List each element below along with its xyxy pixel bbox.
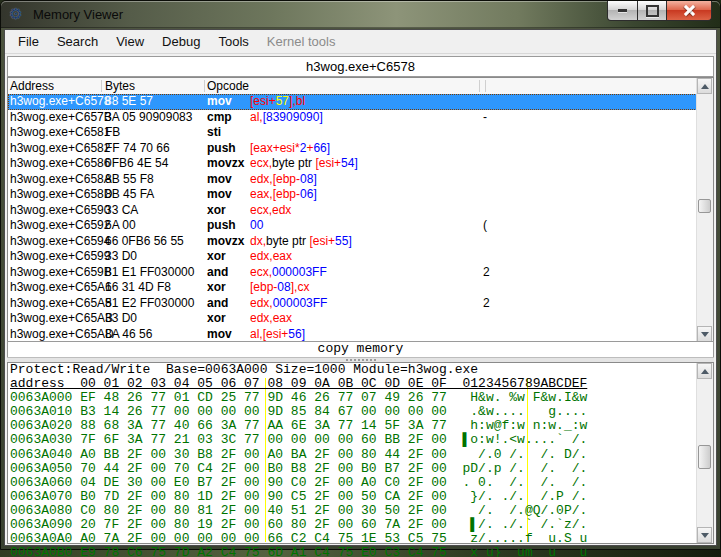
hex-row-address: 0063A070	[10, 489, 72, 504]
hex-row-bytes[interactable]: E9 78 C6 75 7D A2 C4 75 6D A1 C4 75 E0 C…	[80, 545, 447, 557]
menu-item[interactable]: Debug	[153, 31, 209, 52]
disasm-operands: edx,[ebp-08]	[250, 172, 317, 188]
hex-row-ascii[interactable]: pD/.p /. /. /.	[462, 461, 587, 476]
hex-row-ascii[interactable]: ▌/. ./.` /.`z/.	[462, 517, 587, 532]
hex-row[interactable]: 0063A010B3 14 26 77 00 00 00 00 9D 85 84…	[8, 405, 713, 419]
disasm-row[interactable]: h3wog.exe+C6594 66 0FB6 56 55 movzx dx,b…	[8, 234, 697, 250]
disasm-row[interactable]: h3wog.exe+C6586 0FB6 4E 54 movzx ecx,byt…	[8, 156, 697, 172]
disasm-mnemonic: xor	[207, 280, 226, 296]
hex-row-ascii[interactable]: /.0 /. /. D/.	[462, 447, 587, 462]
menu-item[interactable]: File	[9, 31, 48, 52]
hex-row-ascii[interactable]: h:w@f:w n:w._:w	[462, 418, 587, 433]
hex-row[interactable]: 0063A0B0E9 78 C6 75 7D A2 C4 75 6D A1 C4…	[8, 546, 713, 557]
disasm-row[interactable]: h3wog.exe+C65A1 66 31 4D F8 xor [ebp-08]…	[8, 280, 697, 296]
disasm-bytes: 33 D0	[105, 311, 137, 327]
disasm-operands: edx,eax	[250, 249, 292, 265]
hex-row-bytes[interactable]: A0 BB 2F 00 30 B8 2F 00 A0 BA 2F 00 80 4…	[80, 447, 447, 462]
hex-row-address: 0063A040	[10, 447, 72, 462]
scroll-down-button[interactable]	[697, 527, 712, 543]
disasm-operands: [esi+57],bl	[250, 94, 305, 110]
column-separator[interactable]	[101, 80, 102, 92]
hex-row-address: 0063A080	[10, 503, 72, 518]
hex-row-bytes[interactable]: B3 14 26 77 00 00 00 00 9D 85 84 67 00 0…	[80, 404, 447, 419]
hex-row[interactable]: 0063A02088 68 3A 77 40 66 3A 77 AA 6E 3A…	[8, 419, 713, 433]
scrollbar-thumb[interactable]	[698, 445, 711, 469]
disasm-mnemonic: mov	[207, 327, 232, 343]
column-separator[interactable]	[204, 80, 205, 92]
disasm-address: h3wog.exe+C65A1	[10, 280, 112, 296]
hex-row-ascii[interactable]: ▌o:w!.<w....` /.	[462, 432, 587, 447]
hex-row-ascii[interactable]: x u} um u u	[462, 545, 587, 557]
hexview-scrollbar[interactable]	[696, 363, 713, 543]
scroll-down-button[interactable]	[697, 326, 712, 342]
hex-row-ascii[interactable]: z/.....f u.S u	[462, 531, 587, 546]
menu-item[interactable]: View	[107, 31, 153, 52]
disasm-address: h3wog.exe+C657B	[10, 110, 112, 126]
disasm-row[interactable]: h3wog.exe+C6592 6A 00 push 00 (	[8, 218, 697, 234]
splitter-grip-icon	[346, 359, 376, 361]
disasm-row[interactable]: h3wog.exe+C65A5 81 E2 FF030000 and edx,0…	[8, 296, 697, 312]
column-header-opcode[interactable]: Opcode	[207, 79, 249, 93]
hex-row[interactable]: 0063A070B0 7D 2F 00 80 1D 2F 00 90 C5 2F…	[8, 490, 713, 504]
disassembly-scrollbar[interactable]	[696, 78, 713, 342]
disasm-bytes: 8B 55 F8	[105, 172, 154, 188]
title-bar[interactable]: ⚙ Memory Viewer	[1, 1, 720, 28]
disasm-row[interactable]: h3wog.exe+C6578 88 5E 57 mov [esi+57],bl	[8, 94, 697, 110]
disasm-row[interactable]: h3wog.exe+C658A 8B 55 F8 mov edx,[ebp-08…	[8, 172, 697, 188]
minimize-button[interactable]	[607, 1, 638, 21]
disasm-address: h3wog.exe+C65A5	[10, 296, 112, 312]
hex-row[interactable]: 0063A05070 44 2F 00 70 C4 2F 00 B0 B8 2F…	[8, 462, 713, 476]
hex-row-bytes[interactable]: 88 68 3A 77 40 66 3A 77 AA 6E 3A 77 14 5…	[80, 418, 447, 433]
hex-row-address: 0063A030	[10, 432, 72, 447]
disasm-row[interactable]: h3wog.exe+C6590 33 CA xor ecx,edx	[8, 203, 697, 219]
hex-row[interactable]: 0063A0A0A0 7A 2F 00 00 00 00 00 66 C2 C4…	[8, 532, 713, 546]
hex-row-ascii[interactable]: H&w. %w F&w.I&w	[462, 390, 587, 405]
disasm-operands: al,[83909090]	[250, 110, 323, 126]
disasm-row[interactable]: h3wog.exe+C6581 FB sti	[8, 125, 697, 141]
disasm-row[interactable]: h3wog.exe+C658D 8B 45 FA mov eax,[ebp-06…	[8, 187, 697, 203]
column-header-bytes[interactable]: Bytes	[105, 79, 135, 93]
hexview-column-header: address 00 01 02 03 04 05 06 07 08 09 0A…	[8, 377, 713, 391]
disasm-row[interactable]: h3wog.exe+C659B 81 E1 FF030000 and ecx,0…	[8, 265, 697, 281]
disasm-row[interactable]: h3wog.exe+C65AD 8A 46 56 mov al,[esi+56]	[8, 327, 697, 343]
hex-row-ascii[interactable]: }/. ./. /.P /.	[462, 489, 587, 504]
hex-row-address: 0063A050	[10, 461, 72, 476]
hex-row[interactable]: 0063A000EF 48 26 77 01 CD 25 77 9D 46 26…	[8, 391, 713, 405]
hex-row-bytes[interactable]: 20 7F 2F 00 80 19 2F 00 60 80 2F 00 60 7…	[80, 517, 447, 532]
disasm-mnemonic: movzx	[207, 234, 244, 250]
hex-row-bytes[interactable]: C0 80 2F 00 80 81 2F 00 40 51 2F 00 30 5…	[80, 503, 447, 518]
column-separator[interactable]	[479, 80, 480, 92]
hex-row[interactable]: 0063A09020 7F 2F 00 80 19 2F 00 60 80 2F…	[8, 518, 713, 532]
maximize-button[interactable]	[638, 1, 666, 21]
hex-row[interactable]: 0063A040A0 BB 2F 00 30 B8 2F 00 A0 BA 2F…	[8, 448, 713, 462]
hex-row-bytes[interactable]: B0 7D 2F 00 80 1D 2F 00 90 C5 2F 00 50 C…	[80, 489, 447, 504]
hex-row[interactable]: 0063A06004 DE 30 00 E0 B7 2F 00 90 C0 2F…	[8, 476, 713, 490]
scrollbar-thumb[interactable]	[698, 199, 711, 213]
disasm-row[interactable]: h3wog.exe+C657B 3A 05 90909083 cmp al,[8…	[8, 110, 697, 126]
close-button[interactable]	[666, 1, 712, 21]
column-separator[interactable]	[485, 80, 486, 92]
disasm-row[interactable]: h3wog.exe+C6582 FF 74 70 66 push [eax+es…	[8, 141, 697, 157]
disasm-row[interactable]: h3wog.exe+C6599 33 D0 xor edx,eax	[8, 249, 697, 265]
hex-row[interactable]: 0063A0307F 6F 3A 77 21 03 3C 77 00 00 00…	[8, 433, 713, 447]
menu-item[interactable]: Tools	[209, 31, 257, 52]
hex-row[interactable]: 0063A080C0 80 2F 00 80 81 2F 00 40 51 2F…	[8, 504, 713, 518]
scroll-up-button[interactable]	[697, 78, 712, 94]
disasm-comment: (	[483, 218, 487, 234]
column-header-address[interactable]: Address	[10, 79, 54, 93]
disasm-mnemonic: xor	[207, 203, 226, 219]
hex-row-ascii[interactable]: . 0. /. /. /.	[462, 475, 587, 490]
disasm-row[interactable]: h3wog.exe+C65AB 33 D0 xor edx,eax	[8, 311, 697, 327]
hex-row-bytes[interactable]: 70 44 2F 00 70 C4 2F 00 B0 B8 2F 00 B0 B…	[80, 461, 447, 476]
menu-item[interactable]: Search	[48, 31, 107, 52]
menu-item[interactable]: Kernel tools	[258, 31, 345, 52]
disasm-operands: al,[esi+56]	[250, 327, 305, 343]
hex-row-ascii[interactable]: /. /.@Q/.0P/.	[462, 503, 587, 518]
hex-row-bytes[interactable]: A0 7A 2F 00 00 00 00 00 66 C2 C4 75 1E 5…	[80, 531, 447, 546]
hex-row-bytes[interactable]: 7F 6F 3A 77 21 03 3C 77 00 00 00 00 60 B…	[80, 432, 447, 447]
scroll-up-button[interactable]	[697, 363, 712, 379]
hex-row-bytes[interactable]: EF 48 26 77 01 CD 25 77 9D 46 26 77 07 4…	[80, 390, 447, 405]
hex-row-ascii[interactable]: .&w.... g....	[462, 404, 587, 419]
copy-memory-button[interactable]: copy memory	[7, 341, 714, 358]
hex-row-bytes[interactable]: 04 DE 30 00 E0 B7 2F 00 90 C0 2F 00 A0 C…	[80, 475, 447, 490]
